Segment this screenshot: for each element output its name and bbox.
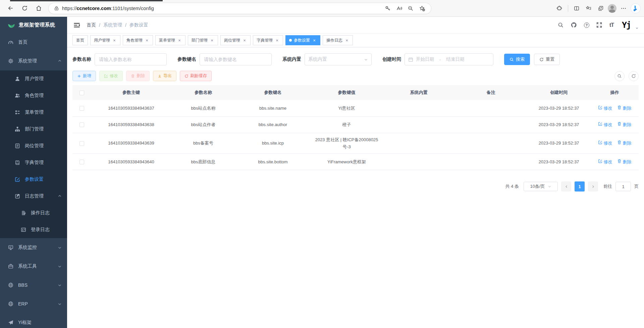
- delete-button[interactable]: 删除: [126, 71, 150, 81]
- row-checkbox[interactable]: [79, 106, 84, 111]
- sidebar-item-operation-log[interactable]: 操作日志: [0, 205, 67, 221]
- table-row: 1641030593384943637bbs站点名称bbs.site.nameY…: [72, 100, 639, 116]
- collections-icon[interactable]: [596, 3, 606, 13]
- sidebar-item-post-management[interactable]: 岗位管理: [0, 138, 67, 154]
- prev-page-button[interactable]: [561, 181, 571, 192]
- help-icon[interactable]: ?: [584, 22, 589, 28]
- sidebar-item-system-monitor[interactable]: 系统监控: [0, 238, 67, 257]
- row-checkbox[interactable]: [79, 160, 84, 164]
- breadcrumb-separator: /: [125, 22, 126, 28]
- tab-user-mgmt[interactable]: 用户管理×: [90, 35, 120, 45]
- select-all-checkbox[interactable]: [79, 91, 84, 95]
- breadcrumb-current: 参数设置: [129, 22, 148, 28]
- reset-button[interactable]: 重置: [534, 54, 560, 65]
- goto-page-input[interactable]: [615, 182, 631, 191]
- edit-button[interactable]: 修改: [99, 71, 123, 81]
- sidebar-item-login-log[interactable]: 登录日志: [0, 221, 67, 238]
- add-button[interactable]: 新增: [72, 71, 96, 81]
- sidebar-item-erp[interactable]: ERP: [0, 294, 67, 313]
- close-icon[interactable]: ×: [210, 38, 214, 43]
- row-edit-link[interactable]: 修改: [598, 158, 612, 165]
- toggle-search-button[interactable]: [614, 71, 625, 81]
- password-key-icon[interactable]: [383, 3, 393, 13]
- close-icon[interactable]: ×: [275, 38, 279, 43]
- refresh-cache-button[interactable]: 刷新缓存: [180, 71, 212, 81]
- tab-dept-mgmt[interactable]: 部门管理×: [188, 35, 218, 45]
- sidebar-item-dept-management[interactable]: 部门管理: [0, 121, 67, 138]
- refresh-icon: [631, 74, 636, 78]
- app-logo[interactable]: 意框架管理系统: [0, 17, 67, 33]
- sidebar-item-user-management[interactable]: 用户管理: [0, 70, 67, 87]
- sidebar-item-role-management[interactable]: 角色管理: [0, 87, 67, 104]
- close-icon[interactable]: ×: [242, 38, 247, 43]
- sidebar-item-yi-framework[interactable]: Yi框架: [0, 313, 67, 328]
- sidebar-item-menu-management[interactable]: 菜单管理: [0, 104, 67, 121]
- user-avatar[interactable]: Yj: [621, 20, 632, 31]
- tab-post-mgmt[interactable]: 岗位管理×: [220, 35, 251, 45]
- breadcrumb-system[interactable]: 系统管理: [103, 22, 122, 28]
- row-edit-link[interactable]: 修改: [598, 105, 612, 112]
- tab-dict-mgmt[interactable]: 字典管理×: [253, 35, 283, 45]
- cell-builtin: [383, 154, 455, 170]
- avatar-caret-icon[interactable]: [635, 25, 639, 29]
- address-bar[interactable]: https://ccnetcore.com:1101/system/config: [48, 3, 431, 14]
- close-icon[interactable]: ×: [344, 38, 349, 43]
- browser-back-icon[interactable]: [3, 2, 17, 15]
- badge-icon: [15, 143, 20, 149]
- sidebar-item-system-tools[interactable]: 系统工具: [0, 257, 67, 276]
- row-delete-link[interactable]: 删除: [617, 121, 632, 128]
- row-delete-link[interactable]: 删除: [617, 158, 632, 165]
- sidebar-item-system-management[interactable]: 系统管理: [0, 52, 67, 70]
- browser-profile-avatar[interactable]: [608, 4, 616, 13]
- search-button[interactable]: 搜索: [504, 54, 530, 65]
- browser-home-icon[interactable]: [32, 2, 46, 15]
- close-icon[interactable]: ×: [312, 38, 317, 43]
- zoom-out-icon[interactable]: [406, 3, 416, 13]
- browser-refresh-icon[interactable]: [17, 2, 32, 15]
- header-search-icon[interactable]: [558, 22, 564, 28]
- github-icon[interactable]: [571, 22, 577, 28]
- param-name-input[interactable]: [95, 53, 167, 65]
- split-screen-icon[interactable]: [572, 3, 582, 13]
- bing-copilot-icon[interactable]: [631, 3, 641, 13]
- close-icon[interactable]: ×: [145, 38, 149, 43]
- date-range-picker[interactable]: 开始日期 - 结束日期: [405, 53, 493, 65]
- sidebar-item-param-config[interactable]: 参数设置: [0, 171, 67, 188]
- favorites-bar-icon[interactable]: [584, 3, 594, 13]
- font-size-icon[interactable]: tT: [609, 22, 614, 28]
- close-icon[interactable]: ×: [177, 38, 182, 43]
- breadcrumb-home[interactable]: 首页: [87, 22, 96, 28]
- read-aloud-icon[interactable]: [394, 3, 404, 13]
- page-size-select[interactable]: 10条/页: [524, 182, 558, 191]
- tab-op-log[interactable]: 操作日志×: [323, 35, 353, 45]
- builtin-select[interactable]: 系统内置: [305, 53, 372, 65]
- row-edit-link[interactable]: 修改: [598, 121, 612, 128]
- tab-param-config[interactable]: 参数设置×: [285, 35, 320, 45]
- refresh-table-button[interactable]: [629, 71, 639, 81]
- sidebar-fold-icon[interactable]: [72, 21, 81, 30]
- favorite-add-icon[interactable]: [417, 3, 427, 13]
- row-delete-link[interactable]: 删除: [617, 140, 632, 147]
- row-checkbox[interactable]: [79, 141, 84, 146]
- sidebar-item-dict-management[interactable]: 字典管理: [0, 154, 67, 171]
- current-page-button[interactable]: 1: [575, 181, 585, 192]
- tab-menu-mgmt[interactable]: 菜单管理×: [155, 35, 185, 45]
- sidebar-item-bbs[interactable]: BBS: [0, 276, 67, 294]
- param-key-input[interactable]: [200, 53, 272, 65]
- tab-home[interactable]: 首页: [72, 35, 88, 45]
- row-delete-link[interactable]: 删除: [617, 105, 632, 112]
- row-edit-link[interactable]: 修改: [598, 140, 612, 147]
- sidebar-item-log-management[interactable]: 日志管理: [0, 188, 67, 205]
- export-button[interactable]: 导出: [153, 71, 176, 81]
- fullscreen-icon[interactable]: [596, 22, 602, 28]
- sidebar-item-label: 系统管理: [18, 58, 58, 64]
- close-icon[interactable]: ×: [112, 38, 117, 43]
- browser-menu-ellipsis-icon[interactable]: [619, 3, 629, 13]
- sidebar-item-home[interactable]: 首页: [0, 33, 67, 52]
- next-page-button[interactable]: [588, 181, 598, 192]
- param-key-label: 参数键名: [177, 56, 196, 62]
- tab-role-mgmt[interactable]: 角色管理×: [123, 35, 153, 45]
- sidebar-item-label: 操作日志: [31, 210, 62, 216]
- row-checkbox[interactable]: [79, 122, 84, 127]
- extensions-icon[interactable]: [554, 3, 565, 13]
